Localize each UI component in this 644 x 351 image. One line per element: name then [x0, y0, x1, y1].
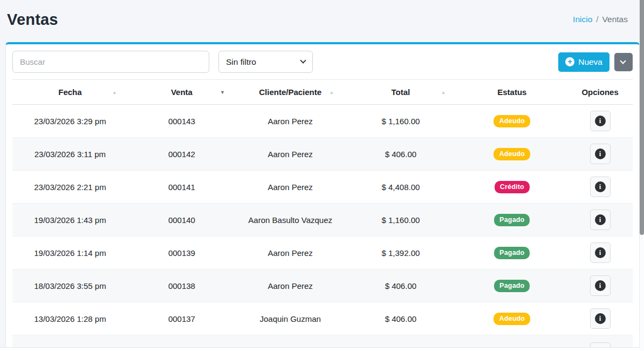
- cell-estatus: Pagado: [456, 237, 567, 269]
- cell-opciones: i: [567, 204, 633, 237]
- filter-select-wrap: Sin filtro: [218, 51, 313, 73]
- cell-venta: 000140: [128, 204, 236, 237]
- cell-venta: 000138: [128, 269, 236, 302]
- column-header-label: Cliente/Paciente: [259, 87, 321, 97]
- cell-venta: 000143: [128, 105, 236, 138]
- cell-cliente-paciente: Aaron Perez: [236, 105, 345, 138]
- sort-arrow-icon: ▲: [441, 90, 446, 95]
- row-info-button[interactable]: i: [590, 210, 611, 230]
- column-header-label: Estatus: [497, 87, 526, 97]
- column-header-total[interactable]: Total ▲: [345, 80, 456, 105]
- column-header-label: Fecha: [58, 87, 81, 97]
- status-badge: Pagado: [494, 214, 530, 226]
- cell-opciones: i: [567, 171, 633, 204]
- cell-venta: 000139: [128, 237, 236, 269]
- row-info-button[interactable]: i: [590, 111, 611, 131]
- cell-fecha: 18/03/2026 3:55 pm: [12, 269, 128, 302]
- cell-opciones: i: [567, 237, 633, 269]
- cell-total: $ 406.00: [345, 302, 456, 335]
- cell-fecha: 23/03/2026 3:29 pm: [12, 105, 128, 138]
- info-icon: i: [595, 148, 606, 159]
- cell-total: $ 1,160.00: [345, 105, 456, 138]
- cell-estatus: Adeudo: [456, 138, 567, 171]
- column-header-label: Venta: [171, 87, 193, 97]
- cell-cliente-paciente: Aaron Perez: [236, 171, 345, 204]
- cell-cliente-paciente: Aaron Perez: [236, 237, 345, 269]
- row-info-button[interactable]: i: [590, 177, 611, 197]
- breadcrumb-home-link[interactable]: Inicio: [573, 15, 592, 24]
- column-header-venta[interactable]: Venta ▼: [128, 80, 236, 105]
- info-icon: i: [595, 214, 606, 225]
- new-sale-button-label: Nueva: [578, 57, 602, 67]
- column-header-opciones[interactable]: Opciones: [567, 80, 633, 105]
- sort-arrow-icon: ▼: [220, 90, 225, 95]
- table-row[interactable]: 23/03/2026 3:29 pm 000143 Aaron Perez $ …: [12, 105, 633, 138]
- column-header-estatus[interactable]: Estatus: [456, 80, 567, 105]
- info-icon: i: [595, 116, 606, 126]
- table-row[interactable]: 13/03/2026 1:28 pm 000137 Joaquin Guzman…: [12, 302, 633, 335]
- cell-total: $ 1,392.00: [345, 237, 456, 269]
- cell-cliente-paciente: Aaron Basulto Vazquez: [236, 204, 345, 237]
- cell-fecha: 19/03/2026 1:14 pm: [12, 237, 128, 269]
- sales-table: Fecha ▲ Venta ▼ Cliente/Paciente ▲ Total…: [12, 79, 633, 351]
- row-info-button[interactable]: i: [590, 242, 611, 263]
- column-header-label: Opciones: [581, 87, 618, 97]
- cell-estatus: Pagado: [456, 269, 567, 302]
- cell-cliente-paciente: Aaron Perez: [236, 138, 345, 171]
- vertical-scrollbar: [640, 0, 644, 351]
- status-badge: Pagado: [494, 280, 530, 292]
- cell-cliente-paciente: Aaron Perez: [236, 269, 345, 302]
- cell-estatus: Adeudo: [456, 302, 567, 335]
- table-header-row: Fecha ▲ Venta ▼ Cliente/Paciente ▲ Total…: [12, 80, 633, 105]
- breadcrumb-separator: /: [596, 15, 598, 24]
- table-row[interactable]: 19/03/2026 1:43 pm 000140 Aaron Basulto …: [12, 204, 633, 237]
- table-row[interactable]: 23/03/2026 2:21 pm 000141 Aaron Perez $ …: [12, 171, 633, 204]
- page-header: Ventas Inicio / Ventas: [0, 0, 644, 42]
- cell-fecha: 19/03/2026 1:43 pm: [12, 204, 128, 237]
- page-title: Ventas: [7, 11, 58, 29]
- row-info-button[interactable]: i: [590, 144, 611, 164]
- cell-opciones: i: [567, 105, 633, 138]
- toolbar: Sin filtro + Nueva: [6, 44, 639, 79]
- table-row[interactable]: 18/03/2026 3:55 pm 000138 Aaron Perez $ …: [12, 269, 633, 302]
- breadcrumb-current: Ventas: [602, 15, 628, 24]
- cell-fecha: 23/03/2026 3:11 pm: [12, 138, 128, 171]
- cell-total: $ 406.00: [345, 269, 456, 302]
- status-badge: Pagado: [494, 247, 530, 259]
- row-info-button[interactable]: i: [590, 308, 611, 329]
- cell-total: $ 4,408.00: [345, 171, 456, 204]
- sort-arrow-icon: ▲: [329, 90, 334, 95]
- cell-total: $ 1,160.00: [345, 204, 456, 237]
- cell-total: $ 406.00: [345, 138, 456, 171]
- scrollbar-thumb[interactable]: [640, 0, 644, 235]
- status-badge: Crédito: [495, 181, 530, 193]
- more-actions-button[interactable]: [614, 53, 633, 71]
- cell-cliente-paciente: Joaquin Guzman: [236, 302, 345, 335]
- status-badge: Adeudo: [494, 148, 530, 160]
- cell-venta: 000142: [128, 138, 236, 171]
- table-row[interactable]: 23/03/2026 3:11 pm 000142 Aaron Perez $ …: [12, 138, 633, 171]
- bottom-scroll-strip: [0, 347, 644, 351]
- cell-opciones: i: [567, 269, 633, 302]
- table-row[interactable]: 19/03/2026 1:14 pm 000139 Aaron Perez $ …: [12, 237, 633, 269]
- cell-venta: 000137: [128, 302, 236, 335]
- plus-circle-icon: +: [565, 57, 574, 66]
- cell-estatus: Pagado: [456, 204, 567, 237]
- status-badge: Adeudo: [494, 115, 530, 127]
- column-header-fecha[interactable]: Fecha ▲: [12, 80, 128, 105]
- filter-select[interactable]: Sin filtro: [218, 51, 313, 73]
- cell-fecha: 13/03/2026 1:28 pm: [12, 302, 128, 335]
- cell-opciones: i: [567, 302, 633, 335]
- cell-fecha: 23/03/2026 2:21 pm: [12, 171, 128, 204]
- cell-venta: 000141: [128, 171, 236, 204]
- column-header-cliente-paciente[interactable]: Cliente/Paciente ▲: [236, 80, 345, 105]
- row-info-button[interactable]: i: [590, 275, 611, 296]
- ventas-card: Sin filtro + Nueva Fecha ▲ Venta ▼ Clien…: [5, 42, 640, 351]
- new-sale-button[interactable]: + Nueva: [558, 52, 609, 72]
- search-input[interactable]: [12, 51, 209, 73]
- info-icon: i: [595, 280, 606, 291]
- column-header-label: Total: [392, 87, 410, 97]
- chevron-down-icon: [620, 58, 626, 64]
- info-icon: i: [595, 181, 606, 192]
- status-badge: Adeudo: [494, 313, 530, 325]
